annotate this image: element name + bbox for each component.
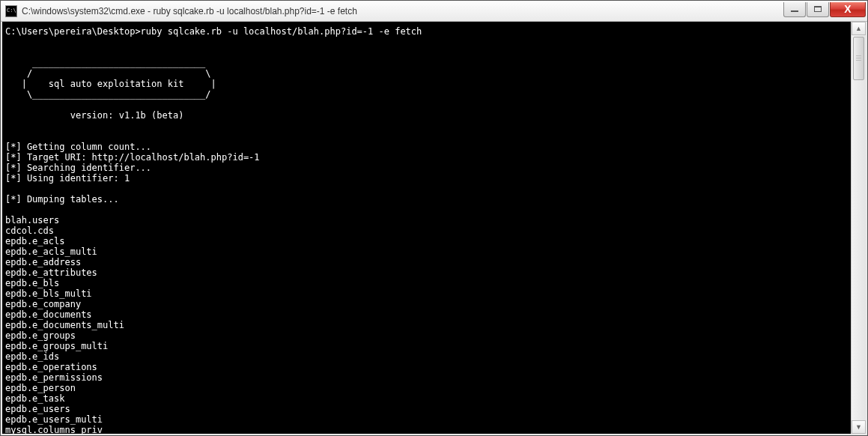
window-titlebar[interactable]: C:\windows\system32\cmd.exe - ruby sqlca… — [1, 1, 867, 22]
terminal-viewport[interactable]: C:\Users\pereira\Desktop>ruby sqlcake.rb… — [2, 22, 851, 434]
scroll-up-button[interactable]: ▲ — [852, 22, 866, 35]
client-area: C:\Users\pereira\Desktop>ruby sqlcake.rb… — [1, 22, 867, 435]
scroll-down-button[interactable]: ▼ — [852, 420, 866, 434]
maximize-button[interactable] — [807, 2, 829, 17]
scroll-thumb[interactable] — [853, 37, 864, 80]
cmd-icon — [5, 5, 17, 17]
close-button[interactable]: X — [830, 2, 866, 17]
window-buttons: X — [783, 2, 866, 17]
minimize-button[interactable] — [783, 2, 806, 17]
terminal-output: C:\Users\pereira\Desktop>ruby sqlcake.rb… — [2, 22, 851, 434]
vertical-scrollbar[interactable]: ▲ ▼ — [851, 22, 866, 434]
window-title: C:\windows\system32\cmd.exe - ruby sqlca… — [22, 6, 783, 16]
